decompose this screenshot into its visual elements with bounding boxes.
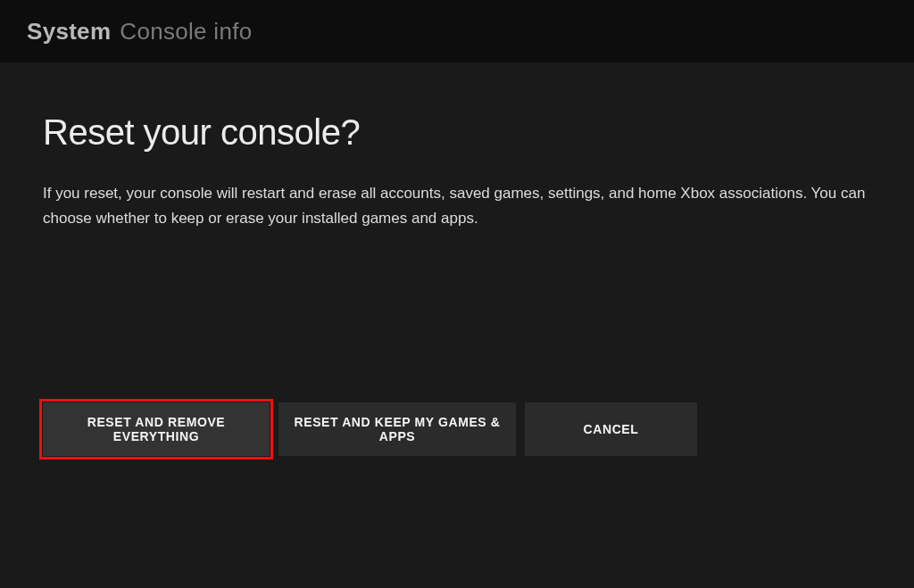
cancel-button[interactable]: CANCEL bbox=[525, 402, 697, 456]
description-text: If you reset, your console will restart … bbox=[43, 181, 871, 231]
header: System Console info bbox=[0, 0, 914, 62]
button-row: RESET AND REMOVE EVERYTHING RESET AND KE… bbox=[43, 402, 697, 456]
reset-remove-everything-button[interactable]: RESET AND REMOVE EVERYTHING bbox=[43, 402, 270, 456]
page-title: Reset your console? bbox=[43, 112, 871, 153]
reset-keep-games-apps-button[interactable]: RESET AND KEEP MY GAMES & APPS bbox=[278, 402, 516, 456]
main-panel: Reset your console? If you reset, your c… bbox=[0, 62, 914, 588]
header-subtitle: Console info bbox=[120, 18, 252, 46]
header-title: System bbox=[27, 18, 111, 46]
